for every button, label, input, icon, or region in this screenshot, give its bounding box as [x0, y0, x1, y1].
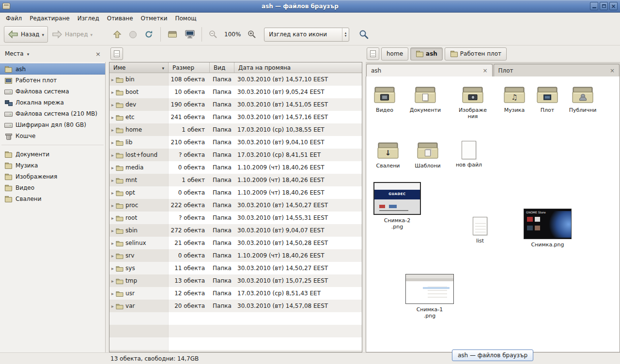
file-row[interactable]: var 20 обекта Папка 30.03.2010 (вт) 14,5… [109, 300, 362, 312]
tab-close-icon[interactable] [482, 67, 487, 74]
expander-icon[interactable] [111, 303, 114, 309]
file-row[interactable]: opt 0 обекта Папка 1.10.2009 (чт) 18,40,… [109, 186, 362, 199]
column-header-name[interactable]: Име [109, 62, 169, 73]
back-button[interactable]: Назад [4, 26, 48, 43]
taskbar-window-button[interactable]: ash — файлов браузър [452, 349, 533, 361]
minimize-button[interactable] [590, 2, 598, 10]
right-pane-location-toggle[interactable] [367, 47, 379, 60]
back-history-dropdown-icon[interactable] [42, 31, 44, 38]
pane-tab[interactable]: ash [366, 64, 493, 76]
expander-icon[interactable] [111, 189, 114, 196]
file-row[interactable]: root ? обекта Папка 30.03.2010 (вт) 14,5… [109, 212, 362, 224]
zoom-in-button[interactable] [244, 26, 260, 43]
path-button[interactable]: ash [410, 47, 443, 61]
sidebar-item[interactable]: Документи [0, 149, 105, 160]
file-row[interactable]: etc 241 обекта Папка 30.03.2010 (вт) 14,… [109, 111, 362, 123]
back-arrow-icon [8, 30, 18, 39]
pane-tab[interactable]: Плот [494, 64, 620, 76]
file-icon-item[interactable]: нов файл [451, 141, 486, 168]
forward-history-dropdown-icon[interactable] [90, 31, 93, 38]
file-row[interactable]: lib 210 обекта Папка 30.03.2010 (вт) 9,0… [109, 136, 362, 149]
folder-icon [116, 165, 124, 171]
path-button[interactable]: Работен плот [445, 47, 507, 61]
places-dropdown-icon[interactable] [27, 50, 30, 57]
menu-item[interactable]: Помощ [171, 14, 201, 23]
expander-icon[interactable] [111, 177, 114, 183]
file-icon-item[interactable]: list [463, 217, 497, 244]
computer-button[interactable] [181, 26, 199, 43]
reload-button[interactable] [140, 26, 157, 43]
expander-icon[interactable] [111, 277, 114, 284]
expander-icon[interactable] [111, 252, 114, 259]
sidebar-item[interactable]: Свалени [0, 193, 105, 204]
sidebar-item[interactable]: Кошче [0, 130, 105, 141]
expander-icon[interactable] [111, 101, 114, 108]
close-button[interactable] [609, 2, 618, 10]
expander-icon[interactable] [111, 240, 114, 246]
titlebar[interactable]: ash — файлов браузър [0, 0, 620, 13]
sidebar-item[interactable]: Видео [0, 182, 105, 193]
tab-close-icon[interactable] [610, 67, 615, 74]
stop-button[interactable] [125, 26, 140, 43]
file-row[interactable]: home 1 обект Папка 17.03.2010 (ср) 10,38… [109, 123, 362, 136]
expander-icon[interactable] [111, 152, 114, 158]
file-row[interactable]: proc 222 обекта Папка 30.03.2010 (вт) 14… [109, 199, 362, 212]
file-icon-item[interactable]: Снимка-1.png [405, 274, 454, 319]
expander-icon[interactable] [111, 214, 114, 221]
file-row[interactable]: bin 108 обекта Папка 30.03.2010 (вт) 14,… [109, 73, 362, 86]
sidebar-item[interactable]: Шифриран дял (80 GB) [0, 119, 105, 130]
places-close-button[interactable] [95, 50, 101, 58]
expander-icon[interactable] [111, 126, 114, 133]
sidebar-item[interactable]: Изображения [0, 171, 105, 182]
expander-icon[interactable] [111, 139, 114, 146]
file-row[interactable]: lost+found ? обекта Папка 17.03.2010 (ср… [109, 149, 362, 161]
expander-icon[interactable] [111, 164, 114, 171]
file-row[interactable]: sys 11 обекта Папка 30.03.2010 (вт) 14,5… [109, 262, 362, 274]
file-icon-item[interactable]: GUADEC Снимка-2.png [373, 182, 421, 230]
up-button[interactable] [109, 26, 125, 43]
column-header-size[interactable]: Размер [169, 62, 210, 73]
forward-button[interactable]: Напред [48, 26, 96, 43]
sidebar-item[interactable]: Работен плот [0, 75, 105, 86]
file-row[interactable]: boot 10 обекта Папка 30.03.2010 (вт) 9,0… [109, 86, 362, 98]
file-row[interactable]: dev 190 обекта Папка 30.03.2010 (вт) 14,… [109, 98, 362, 111]
view-mode-select[interactable]: Изглед като икони [264, 28, 349, 42]
file-row[interactable]: sbin 272 обекта Папка 30.03.2010 (вт) 9,… [109, 224, 362, 237]
cell-type: Папка [210, 202, 234, 209]
left-pane-location-toggle[interactable] [110, 47, 123, 60]
file-icon-item[interactable]: GNOME Store Снимка.png [524, 209, 572, 248]
expander-icon[interactable] [111, 227, 114, 234]
file-name: root [125, 214, 137, 221]
menu-item[interactable]: Отиване [103, 14, 137, 23]
places-header[interactable]: Места [0, 46, 106, 62]
menu-item[interactable]: Отметки [137, 14, 171, 23]
file-row[interactable]: usr 12 обекта Папка 17.03.2010 (ср) 8,51… [109, 287, 362, 300]
file-row[interactable]: selinux 21 обекта Папка 30.03.2010 (вт) … [109, 237, 362, 249]
sidebar-item[interactable]: ash [0, 63, 105, 75]
file-row[interactable]: media 0 обекта Папка 1.10.2009 (чт) 18,4… [109, 161, 362, 174]
file-row[interactable]: mnt 1 обект Папка 1.10.2009 (чт) 18,40,2… [109, 174, 362, 186]
expander-icon[interactable] [111, 202, 114, 209]
expander-icon[interactable] [111, 265, 114, 272]
expander-icon[interactable] [111, 89, 114, 95]
file-row[interactable]: tmp 13 обекта Папка 30.03.2010 (вт) 15,0… [109, 274, 362, 287]
search-button[interactable] [355, 26, 372, 43]
sidebar-item[interactable]: Локална мрежа [0, 97, 105, 108]
sidebar-item[interactable]: Музика [0, 160, 105, 171]
expander-icon[interactable] [111, 114, 114, 121]
expander-icon[interactable] [111, 290, 114, 297]
menu-item[interactable]: Редактиране [26, 14, 74, 23]
menu-item[interactable]: Изглед [74, 14, 103, 23]
zoom-out-button[interactable] [205, 26, 221, 43]
file-row[interactable]: srv 0 обекта Папка 1.10.2009 (чт) 18,40,… [109, 249, 362, 262]
expander-icon[interactable] [111, 76, 114, 83]
menu-item[interactable]: Файл [2, 14, 26, 23]
sidebar-item[interactable]: Файлова система (210 MB) [0, 108, 105, 119]
column-header-type[interactable]: Вид [210, 62, 234, 73]
path-button[interactable]: home [381, 47, 408, 61]
home-button[interactable] [164, 26, 181, 43]
sidebar-item[interactable]: Файлова система [0, 86, 105, 97]
maximize-button[interactable] [600, 2, 608, 10]
column-header-date[interactable]: Дата на промяна [234, 62, 362, 73]
place-icon [4, 121, 12, 129]
